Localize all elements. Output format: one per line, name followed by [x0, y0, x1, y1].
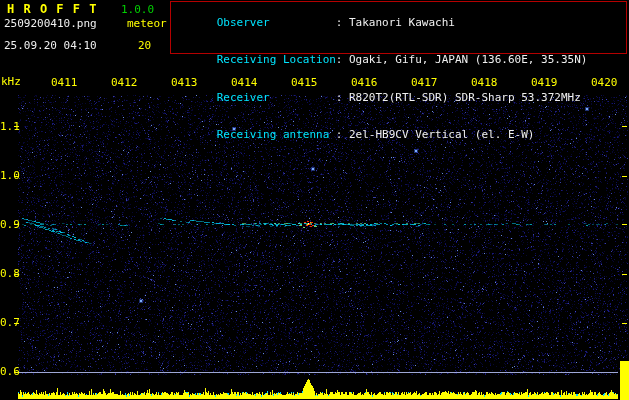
time-tick-label: 0420 — [591, 77, 617, 89]
time-tick-label: 0413 — [171, 77, 197, 89]
info-label: Observer — [217, 17, 336, 30]
time-tick-label: 0419 — [531, 77, 557, 89]
freq-tick-label: 0.7 — [0, 317, 15, 329]
hrofft-screen: H R O F F T 1.0.0 2509200410.png meteor … — [0, 0, 629, 400]
app-version: 1.0.0 — [121, 4, 154, 16]
freq-tick-label: 0.6 — [0, 366, 15, 378]
info-label: Receiving Location — [217, 54, 336, 67]
info-label: Receiver — [217, 92, 336, 105]
freq-tick-label: 0.8 — [0, 268, 15, 280]
app-title: H R O F F T — [7, 3, 97, 15]
info-row-antenna: Receiving antenna2el-HB9CV Vertical (el.… — [177, 117, 626, 155]
info-row-observer: ObserverTakanori Kawachi — [177, 4, 626, 42]
time-tick-label: 0411 — [51, 77, 77, 89]
info-value: 2el-HB9CV Vertical (el. E-W) — [336, 128, 535, 141]
observation-datetime: 25.09.20 04:10 — [4, 40, 97, 52]
time-tick-label: 0416 — [351, 77, 377, 89]
time-tick-label: 0418 — [471, 77, 497, 89]
info-value: Takanori Kawachi — [336, 16, 455, 29]
output-filename: 2509200410.png — [4, 18, 97, 30]
time-tick-label: 0412 — [111, 77, 137, 89]
y-axis-unit-label: kHz — [1, 76, 21, 88]
info-row-location: Receiving LocationOgaki, Gifu, JAPAN (13… — [177, 42, 626, 80]
freq-tick-label: 0.9 — [0, 219, 15, 231]
time-tick-label: 0417 — [411, 77, 437, 89]
freq-tick-label: 1.1 — [0, 121, 15, 133]
info-label: Receiving antenna — [217, 129, 336, 142]
time-tick-label: 0415 — [291, 77, 317, 89]
freq-tick-label: 1.0 — [0, 170, 15, 182]
station-info-box: ObserverTakanori Kawachi Receiving Locat… — [170, 1, 627, 54]
mode-label: meteor — [127, 18, 167, 30]
info-value: R820T2(RTL-SDR) SDR-Sharp 53.372MHz — [336, 91, 581, 104]
info-value: Ogaki, Gifu, JAPAN (136.60E, 35.35N) — [336, 53, 588, 66]
time-tick-label: 0414 — [231, 77, 257, 89]
echo-count: 20 — [138, 40, 151, 52]
